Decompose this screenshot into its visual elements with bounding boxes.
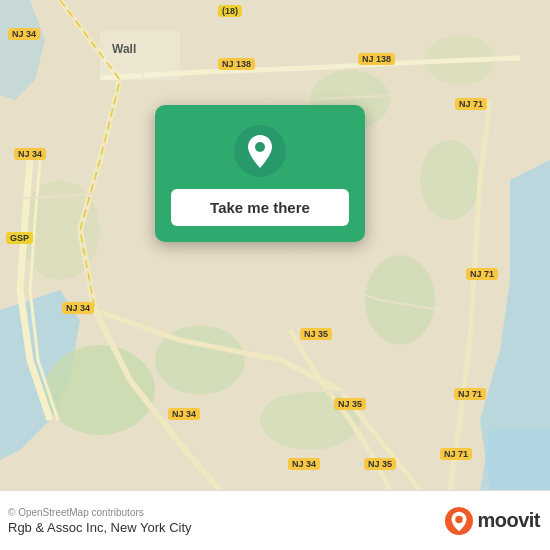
take-me-there-button[interactable]: Take me there [171, 189, 349, 226]
svg-point-13 [456, 515, 463, 522]
road-label-nj35-bot2: NJ 35 [364, 458, 396, 470]
road-label-nj34-midleft: NJ 34 [14, 148, 46, 160]
road-label-nj71-bot2: NJ 71 [440, 448, 472, 460]
road-label-18: (18) [218, 5, 242, 17]
road-label-nj34-lowleft: NJ 34 [62, 302, 94, 314]
road-label-nj138-top: NJ 138 [218, 58, 255, 70]
bottom-left-info: © OpenStreetMap contributors Rgb & Assoc… [8, 507, 192, 535]
moovit-pin-icon [445, 507, 473, 535]
location-pin-icon [234, 125, 286, 177]
road-label-nj71-mid: NJ 71 [466, 268, 498, 280]
road-label-nj34-bottom: NJ 34 [168, 408, 200, 420]
svg-point-11 [255, 142, 265, 152]
location-label: Rgb & Assoc Inc, New York City [8, 520, 192, 535]
location-card: Take me there [155, 105, 365, 242]
road-label-nj35-bot: NJ 35 [334, 398, 366, 410]
moovit-text: moovit [477, 509, 540, 532]
map-container: (18) NJ 34 NJ 34 NJ 34 NJ 34 NJ 34 NJ 35… [0, 0, 550, 490]
road-label-nj71-bot: NJ 71 [454, 388, 486, 400]
town-label-wall: Wall [112, 42, 136, 56]
road-label-nj34-bot2: NJ 34 [288, 458, 320, 470]
road-label-gsp: GSP [6, 232, 33, 244]
moovit-logo: moovit [445, 507, 540, 535]
road-label-nj35-mid: NJ 35 [300, 328, 332, 340]
road-label-nj138-right: NJ 138 [358, 53, 395, 65]
road-label-nj34-topleft: NJ 34 [8, 28, 40, 40]
road-label-nj71-top: NJ 71 [455, 98, 487, 110]
svg-point-5 [420, 140, 480, 220]
bottom-bar: © OpenStreetMap contributors Rgb & Assoc… [0, 490, 550, 550]
svg-point-4 [365, 255, 435, 345]
copyright-text: © OpenStreetMap contributors [8, 507, 192, 518]
